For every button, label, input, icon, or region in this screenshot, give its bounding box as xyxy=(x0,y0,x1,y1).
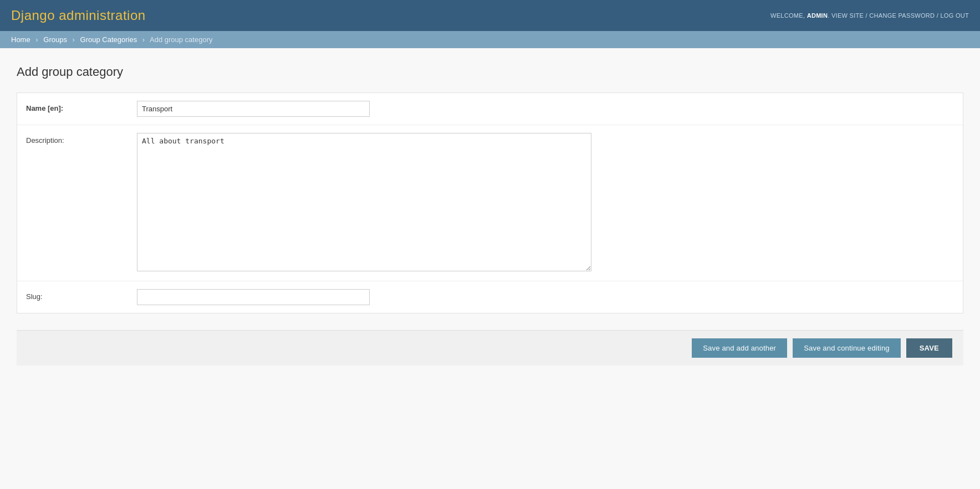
admin-name: ADMIN xyxy=(807,12,828,19)
site-title: Django administration xyxy=(11,8,146,23)
breadcrumb-home[interactable]: Home xyxy=(11,35,30,44)
submit-row: Save and add another Save and continue e… xyxy=(17,330,963,366)
breadcrumb-group-categories[interactable]: Group Categories xyxy=(80,35,137,44)
save-button[interactable]: SAVE xyxy=(906,338,952,358)
view-site-link[interactable]: VIEW SITE xyxy=(831,12,864,19)
description-row: Description: All about transport xyxy=(17,125,963,281)
save-continue-editing-button[interactable]: Save and continue editing xyxy=(793,338,901,358)
description-textarea[interactable]: All about transport xyxy=(137,133,591,271)
name-row: Name [en]: xyxy=(17,93,963,125)
description-field-container: All about transport xyxy=(137,133,954,273)
description-label: Description: xyxy=(26,133,137,145)
header: Django administration WELCOME, ADMIN. VI… xyxy=(0,0,980,31)
breadcrumb: Home › Groups › Group Categories › Add g… xyxy=(0,31,980,48)
change-password-link[interactable]: CHANGE PASSWORD xyxy=(869,12,935,19)
save-add-another-button[interactable]: Save and add another xyxy=(692,338,787,358)
user-tools: WELCOME, ADMIN. VIEW SITE / CHANGE PASSW… xyxy=(770,12,969,19)
slug-label: Slug: xyxy=(26,289,137,301)
name-label: Name [en]: xyxy=(26,101,137,112)
slug-field-container xyxy=(137,289,954,305)
slug-row: Slug: xyxy=(17,281,963,313)
name-input[interactable] xyxy=(137,101,370,117)
name-field-container xyxy=(137,101,954,117)
welcome-text: WELCOME, xyxy=(770,12,805,19)
breadcrumb-separator-1: › xyxy=(35,35,38,44)
form-section: Name [en]: Description: All about transp… xyxy=(17,92,963,313)
page-title: Add group category xyxy=(17,65,963,79)
main-content: Add group category Name [en]: Descriptio… xyxy=(0,48,980,377)
breadcrumb-separator-2: › xyxy=(73,35,75,44)
log-out-link[interactable]: LOG OUT xyxy=(940,12,969,19)
breadcrumb-current: Add group category xyxy=(150,35,212,44)
slug-input[interactable] xyxy=(137,289,370,305)
breadcrumb-separator-3: › xyxy=(142,35,145,44)
breadcrumb-groups[interactable]: Groups xyxy=(43,35,67,44)
